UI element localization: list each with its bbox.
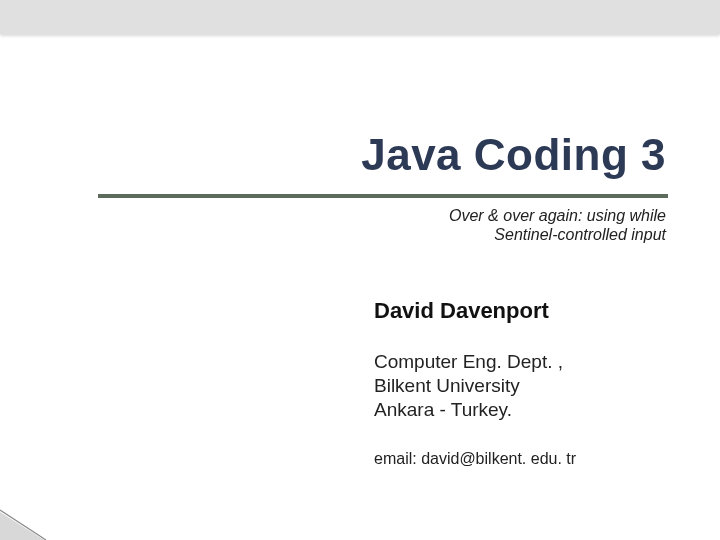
- title-underline: [98, 194, 668, 198]
- top-bar: [0, 0, 720, 34]
- affil-line-1: Computer Eng. Dept. ,: [374, 350, 563, 374]
- subtitle-line-1: Over & over again: using while: [449, 206, 666, 225]
- corner-notch: [0, 512, 44, 540]
- affil-line-2: Bilkent University: [374, 374, 563, 398]
- affil-line-3: Ankara - Turkey.: [374, 398, 563, 422]
- email-line: email: david@bilkent. edu. tr: [374, 450, 576, 468]
- subtitle: Over & over again: using while Sentinel-…: [449, 206, 666, 244]
- subtitle-line-2: Sentinel-controlled input: [449, 225, 666, 244]
- affiliation: Computer Eng. Dept. , Bilkent University…: [374, 350, 563, 421]
- slide-title: Java Coding 3: [361, 130, 666, 180]
- author-name: David Davenport: [374, 298, 549, 324]
